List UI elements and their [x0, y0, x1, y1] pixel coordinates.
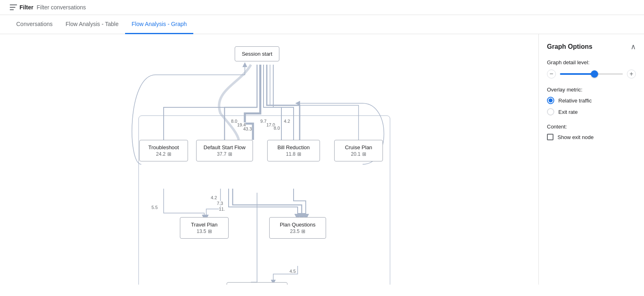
graph-svg	[131, 42, 415, 285]
detail-level-label: Graph detail level:	[547, 59, 636, 65]
slider-fill	[560, 73, 594, 75]
content-section: Content: Show exit node	[547, 124, 636, 140]
travel-plan-table-icon[interactable]: ⊞	[208, 229, 212, 234]
troubleshoot-table-icon[interactable]: ⊞	[167, 151, 171, 157]
default-start-table-icon[interactable]: ⊞	[228, 151, 232, 157]
edge-label-73: 7.3	[217, 201, 223, 206]
edge-label-45: 4.5	[290, 269, 296, 274]
tab-conversations[interactable]: Conversations	[10, 15, 59, 34]
node-travel-plan[interactable]: Travel Plan 13.5 ⊞	[180, 217, 229, 239]
slider-track[interactable]	[560, 73, 623, 75]
slider-decrease-button[interactable]: −	[547, 70, 556, 78]
cruise-plan-table-icon[interactable]: ⊞	[362, 151, 366, 157]
radio-exit-rate-label: Exit rate	[558, 109, 578, 115]
cruise-plan-label: Cruise Plan	[340, 144, 377, 150]
tabs-bar: Conversations Flow Analysis - Table Flow…	[0, 15, 644, 34]
top-bar: Filter Filter conversations	[0, 0, 644, 15]
svg-rect-0	[10, 4, 17, 5]
travel-plan-label: Travel Plan	[186, 222, 223, 228]
slider-increase-button[interactable]: +	[627, 70, 636, 78]
radio-relative-traffic[interactable]: Relative traffic	[547, 97, 636, 104]
overlay-metric-radio-group: Relative traffic Exit rate	[547, 97, 636, 115]
bill-reduction-label: Bill Reduction	[273, 144, 314, 150]
node-troubleshoot[interactable]: Troubleshoot 24.2 ⊞	[139, 140, 188, 161]
graph-container: 8.0 19.4 43.3 9.7 17.0 4.2 8.0 5.5 4.2 7…	[131, 42, 407, 278]
options-header: Graph Options ∧	[547, 42, 636, 51]
session-start-label: Session start	[241, 51, 273, 57]
edge-label-11: 11.	[219, 207, 225, 211]
node-default-start-flow[interactable]: Default Start Flow 37.7 ⊞	[196, 140, 253, 161]
node-bill-reduction[interactable]: Bill Reduction 11.8 ⊞	[267, 140, 320, 161]
graph-area[interactable]: 8.0 19.4 43.3 9.7 17.0 4.2 8.0 5.5 4.2 7…	[0, 34, 538, 285]
filter-icon: Filter	[10, 4, 33, 11]
node-speak-agent[interactable]: Speak to an Agent 19.7 ⊞	[227, 282, 287, 285]
slider-row: − +	[547, 70, 636, 78]
troubleshoot-label: Troubleshoot	[145, 144, 182, 150]
overlay-metric-label: Overlay metric:	[547, 87, 636, 93]
options-collapse-button[interactable]: ∧	[631, 42, 636, 51]
tab-flow-table[interactable]: Flow Analysis - Table	[59, 15, 125, 34]
plan-questions-table-icon[interactable]: ⊞	[301, 229, 305, 234]
options-panel: Graph Options ∧ Graph detail level: − + …	[538, 34, 644, 285]
edge-label-433: 43.3	[243, 126, 252, 131]
plan-questions-label: Plan Questions	[275, 222, 320, 228]
edge-label-55: 5.5	[151, 205, 158, 210]
options-title: Graph Options	[547, 43, 592, 50]
show-exit-node-label: Show exit node	[558, 134, 594, 140]
default-start-label: Default Start Flow	[202, 144, 247, 150]
main-content: 8.0 19.4 43.3 9.7 17.0 4.2 8.0 5.5 4.2 7…	[0, 34, 644, 285]
show-exit-node-checkbox-box	[547, 134, 553, 140]
radio-relative-traffic-label: Relative traffic	[558, 98, 592, 104]
tab-flow-graph[interactable]: Flow Analysis - Graph	[125, 15, 193, 34]
slider-thumb[interactable]	[591, 70, 598, 78]
edge-label-8: 8.0	[231, 119, 237, 124]
edge-label-42b: 4.2	[211, 195, 217, 200]
radio-relative-traffic-inner	[549, 98, 553, 102]
filter-label: Filter	[19, 4, 33, 11]
show-exit-node-checkbox[interactable]: Show exit node	[547, 134, 636, 140]
default-start-value: 37.7	[217, 151, 226, 157]
node-cruise-plan[interactable]: Cruise Plan 20.1 ⊞	[334, 140, 383, 161]
plan-questions-value: 23.5	[290, 229, 299, 234]
svg-rect-1	[10, 7, 15, 8]
cruise-plan-value: 20.1	[351, 151, 360, 157]
bill-reduction-value: 11.8	[286, 151, 295, 157]
content-label: Content:	[547, 124, 636, 130]
filter-conversations-text: Filter conversations	[37, 4, 86, 11]
travel-plan-value: 13.5	[197, 229, 206, 234]
radio-relative-traffic-circle	[547, 97, 554, 104]
node-session-start[interactable]: Session start	[235, 46, 279, 61]
bill-reduction-table-icon[interactable]: ⊞	[297, 151, 301, 157]
overlay-metric-section: Overlay metric: Relative traffic Exit ra…	[547, 87, 636, 115]
troubleshoot-value: 24.2	[156, 151, 165, 157]
node-plan-questions[interactable]: Plan Questions 23.5 ⊞	[269, 217, 326, 239]
radio-exit-rate-circle	[547, 108, 554, 115]
svg-rect-2	[10, 9, 14, 10]
detail-level-section: Graph detail level: − +	[547, 59, 636, 78]
radio-exit-rate[interactable]: Exit rate	[547, 108, 636, 115]
edge-label-80: 8.0	[274, 126, 280, 131]
edge-label-42: 4.2	[284, 119, 290, 124]
edge-label-97: 9.7	[260, 119, 266, 124]
